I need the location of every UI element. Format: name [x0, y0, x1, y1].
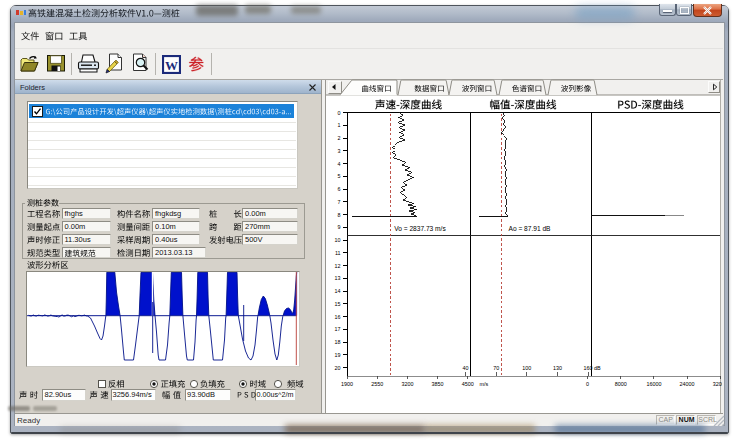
svg-text:1: 1 — [338, 122, 341, 128]
svg-text:3200: 3200 — [401, 381, 413, 387]
svg-text:6: 6 — [338, 186, 341, 192]
svg-text:160: 160 — [584, 365, 593, 371]
svg-text:9: 9 — [338, 224, 341, 230]
svg-text:2550: 2550 — [371, 381, 383, 387]
svg-text:0: 0 — [586, 381, 589, 387]
svg-text:2: 2 — [338, 135, 341, 141]
svg-text:m/s: m/s — [480, 381, 489, 387]
svg-text:15: 15 — [335, 301, 341, 307]
svg-text:70: 70 — [493, 365, 499, 371]
svg-text:32000: 32000 — [713, 381, 722, 387]
svg-text:0: 0 — [338, 110, 341, 116]
svg-text:12: 12 — [335, 263, 341, 269]
svg-text:100: 100 — [522, 365, 531, 371]
svg-text:8000: 8000 — [615, 381, 627, 387]
svg-text:16: 16 — [335, 314, 341, 320]
svg-text:W: W — [165, 58, 178, 73]
svg-text:16000: 16000 — [646, 381, 661, 387]
svg-text:4: 4 — [338, 161, 341, 167]
svg-text:40: 40 — [463, 365, 469, 371]
svg-text:13: 13 — [335, 275, 341, 281]
svg-text:14: 14 — [335, 288, 341, 294]
svg-text:130: 130 — [553, 365, 562, 371]
svg-text:dB: dB — [594, 365, 601, 371]
svg-text:20: 20 — [335, 365, 341, 371]
svg-text:19: 19 — [335, 352, 341, 358]
svg-text:10: 10 — [335, 237, 341, 243]
svg-text:Ao = 87.91 dB: Ao = 87.91 dB — [509, 225, 552, 232]
svg-text:1900: 1900 — [341, 381, 353, 387]
svg-text:3850: 3850 — [432, 381, 444, 387]
svg-text:7: 7 — [338, 199, 341, 205]
svg-text:18: 18 — [335, 339, 341, 345]
svg-text:8: 8 — [338, 212, 341, 218]
svg-text:Vo = 2837.73 m/s: Vo = 2837.73 m/s — [394, 225, 446, 232]
svg-text:5: 5 — [338, 173, 341, 179]
svg-text:24000: 24000 — [680, 381, 695, 387]
svg-text:3: 3 — [338, 148, 341, 154]
svg-text:4500: 4500 — [462, 381, 474, 387]
svg-text:11: 11 — [335, 250, 341, 256]
svg-text:17: 17 — [335, 326, 341, 332]
